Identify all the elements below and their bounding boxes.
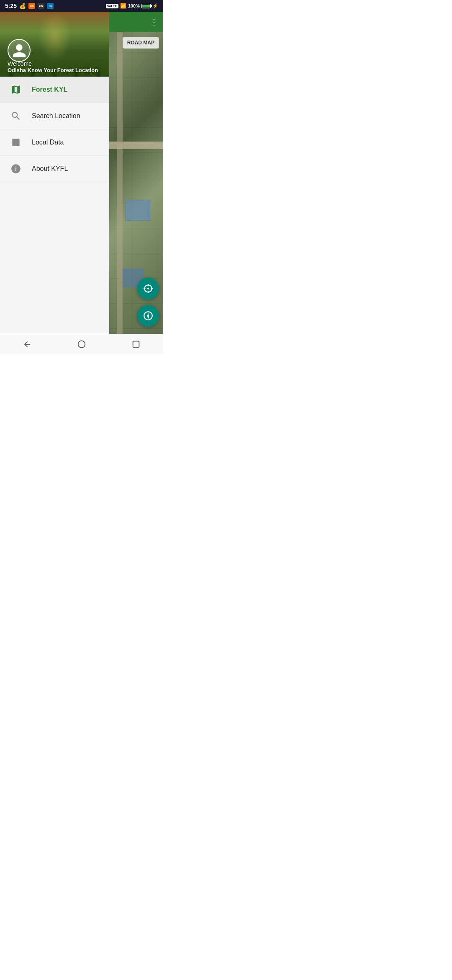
home-icon <box>77 340 86 349</box>
svg-rect-10 <box>12 139 19 146</box>
welcome-subtitle: Odisha Know Your Forest Location <box>8 67 98 73</box>
menu-label-about-kyfl: About KYFL <box>32 165 68 173</box>
drawer-menu: Forest KYL Search Location Local D <box>0 77 109 354</box>
recents-button[interactable] <box>126 334 146 354</box>
menu-item-about-kyfl[interactable]: About KYFL <box>0 156 109 182</box>
map-icon <box>10 84 21 95</box>
welcome-text: Welcome <box>8 60 98 67</box>
map-road-vertical <box>117 12 123 354</box>
nb-icon: nb <box>28 3 35 9</box>
menu-icon-search <box>8 111 23 121</box>
person-icon <box>11 43 27 59</box>
map-building-1 <box>125 200 150 221</box>
back-icon <box>23 340 32 349</box>
crosshair-icon <box>143 283 154 294</box>
drawer-welcome: Welcome Odisha Know Your Forest Location <box>8 60 98 73</box>
in-icon: in <box>47 3 54 9</box>
battery-icon <box>141 4 151 8</box>
money-icon: 💰 <box>19 3 26 9</box>
menu-item-forest-kyl[interactable]: Forest KYL <box>0 77 109 103</box>
status-left: 5:25 💰 nb cb in <box>5 3 54 9</box>
bottom-navigation <box>0 334 163 354</box>
fab-compass-button[interactable] <box>137 305 159 327</box>
info-icon <box>10 163 21 174</box>
menu-item-search-location[interactable]: Search Location <box>0 103 109 129</box>
menu-icon-about <box>8 163 23 174</box>
navigation-drawer: Welcome Odisha Know Your Forest Location… <box>0 12 109 354</box>
back-button[interactable] <box>17 334 37 354</box>
forest-light <box>38 12 72 62</box>
status-time: 5:25 <box>5 3 17 9</box>
main-wrapper: ation ⋮ ROAD MAP <box>0 12 163 354</box>
svg-point-9 <box>147 315 149 317</box>
battery-fill <box>142 5 150 8</box>
svg-point-11 <box>78 340 85 348</box>
storage-icon <box>10 137 21 148</box>
signal-icon: 📶 <box>120 3 126 9</box>
cb-icon: cb <box>38 3 44 9</box>
search-icon <box>10 111 21 121</box>
road-map-button[interactable]: ROAD MAP <box>123 37 159 49</box>
battery-percent: 100% <box>128 3 140 8</box>
charging-icon: ⚡ <box>152 3 158 9</box>
menu-label-search-location: Search Location <box>32 112 80 120</box>
menu-icon-local-data <box>8 137 23 148</box>
home-button[interactable] <box>72 334 92 354</box>
status-right: VoLTE 📶 100% ⚡ <box>106 3 158 9</box>
menu-label-local-data: Local Data <box>32 139 64 146</box>
volte-badge: VoLTE <box>106 4 118 8</box>
menu-icon-forest-kyl <box>8 84 23 95</box>
drawer-header: Welcome Odisha Know Your Forest Location <box>0 12 109 77</box>
recents-icon <box>131 340 141 349</box>
svg-point-1 <box>147 288 149 289</box>
avatar[interactable] <box>8 39 31 62</box>
fab-location-button[interactable] <box>137 278 159 299</box>
more-options-icon[interactable]: ⋮ <box>150 17 158 27</box>
status-bar: 5:25 💰 nb cb in VoLTE 📶 100% ⚡ <box>0 0 163 12</box>
menu-label-forest-kyl: Forest KYL <box>32 86 67 93</box>
menu-item-local-data[interactable]: Local Data <box>0 129 109 156</box>
svg-rect-12 <box>133 341 139 347</box>
compass-icon <box>143 310 154 321</box>
